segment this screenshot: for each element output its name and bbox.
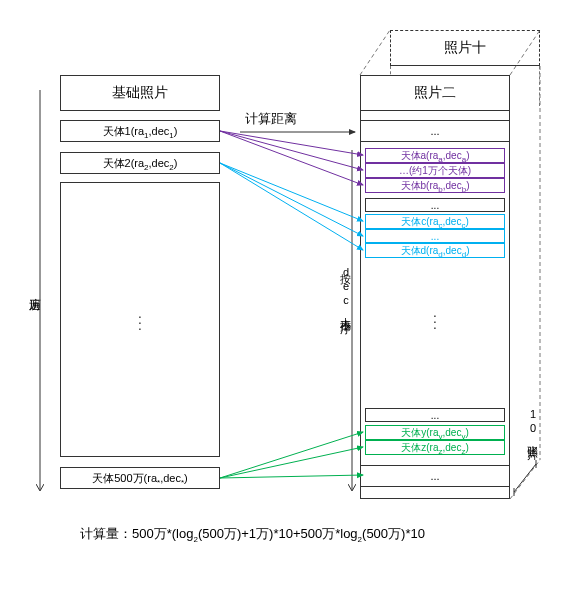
left-body: ... xyxy=(60,182,220,457)
right-header-back: 照片十 xyxy=(390,30,540,66)
right-ellipsis-bottom: ... xyxy=(360,465,510,487)
sort-label: 按dec大小排序 xyxy=(338,220,353,360)
dots-mid: ... xyxy=(360,310,510,328)
svg-line-9 xyxy=(220,432,363,478)
left-row-n: 天体500万(ra*,dec*) xyxy=(60,467,220,489)
right-row-c: 天体c(rac,decc) xyxy=(365,214,505,229)
right-row-z: 天体z(raz,decz) xyxy=(365,440,505,455)
svg-line-10 xyxy=(220,447,363,478)
right-ellipsis-3: ... xyxy=(365,229,505,243)
right-row-a: 天体a(raa,deca) xyxy=(365,148,505,163)
ten-photos-text: 10张照片 xyxy=(525,408,540,442)
ten-photos-label: 10张照片 xyxy=(525,380,540,470)
right-ellipsis-top: ... xyxy=(360,120,510,142)
left-row-n-text: 天体500万(ra*,dec*) xyxy=(92,471,188,486)
row-c-text: 天体c(rac,decc) xyxy=(401,216,468,227)
svg-line-12 xyxy=(360,30,390,75)
left-row-1-text: 天体1(ra1,dec1) xyxy=(103,124,178,139)
svg-line-11 xyxy=(220,475,363,478)
dots-icon: ... xyxy=(138,311,141,329)
right-ellipsis-2: ... xyxy=(365,198,505,212)
left-row-1: 天体1(ra1,dec1) xyxy=(60,120,220,142)
left-row-2-text: 天体2(ra2,dec2) xyxy=(103,156,178,171)
right-row-d: 天体d(rad,decd) xyxy=(365,243,505,258)
right-row-mid: …(约1万个天体) xyxy=(365,163,505,178)
row-d-text: 天体d(rad,decd) xyxy=(401,245,470,256)
row-a-text: 天体a(raa,deca) xyxy=(401,150,470,161)
right-header-front: 照片二 xyxy=(360,75,510,111)
row-y-text: 天体y(ray,decy) xyxy=(401,427,468,438)
distance-label: 计算距离 xyxy=(245,110,297,128)
complexity-formula: 计算量：500万*(log2(500万)+1万)*10+500万*log2(50… xyxy=(80,525,425,543)
left-header: 基础照片 xyxy=(60,75,220,111)
svg-line-6 xyxy=(220,163,363,221)
svg-line-5 xyxy=(220,131,363,185)
row-z-text: 天体z(raz,decz) xyxy=(401,442,468,453)
svg-line-3 xyxy=(220,131,363,155)
left-row-2: 天体2(ra2,dec2) xyxy=(60,152,220,174)
right-row-b: 天体b(rab,decb) xyxy=(365,178,505,193)
right-row-y: 天体y(ray,decy) xyxy=(365,425,505,440)
svg-line-4 xyxy=(220,131,363,170)
row-b-text: 天体b(rab,decb) xyxy=(401,180,470,191)
right-ellipsis-4: ... xyxy=(365,408,505,422)
iterate-label: 遍历 xyxy=(26,260,43,320)
diagram-canvas: 基础照片 天体1(ra1,dec1) 天体2(ra2,dec2) ... 天体5… xyxy=(20,20,562,569)
